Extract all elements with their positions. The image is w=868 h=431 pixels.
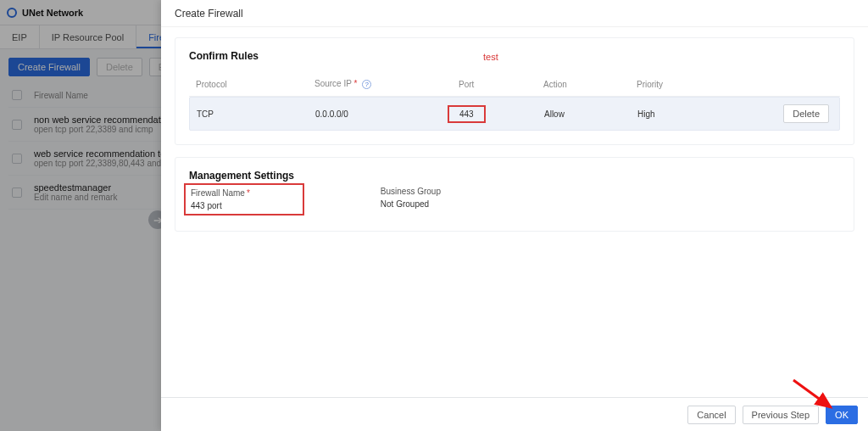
modal-body: Confirm Rules test Protocol Source IP * …: [161, 27, 868, 397]
cell-action: Allow: [544, 109, 637, 119]
info-icon[interactable]: ?: [362, 80, 371, 89]
modal-title: Create Firewall: [161, 0, 868, 27]
management-settings-card: Management Settings Firewall Name* 443 p…: [175, 157, 854, 232]
confirm-rules-heading: Confirm Rules: [189, 50, 259, 62]
business-group-field: Business Group Not Grouped: [381, 187, 441, 216]
col-source-ip: Source IP * ?: [314, 79, 459, 89]
rules-table-header: Protocol Source IP * ? Port Action Prior…: [189, 72, 840, 97]
cancel-button[interactable]: Cancel: [687, 406, 735, 424]
col-protocol: Protocol: [196, 80, 314, 89]
business-group-label: Business Group: [381, 187, 441, 196]
rule-row: TCP 0.0.0.0/0 443 Allow High Delete: [189, 97, 840, 131]
management-settings-heading: Management Settings: [189, 170, 840, 182]
firewall-name-value: 443 port: [191, 201, 250, 210]
create-firewall-modal: Create Firewall Confirm Rules test Proto…: [161, 0, 868, 431]
cell-priority: High: [637, 109, 748, 119]
business-group-value: Not Grouped: [381, 199, 441, 209]
previous-step-button[interactable]: Previous Step: [743, 406, 819, 424]
delete-rule-button[interactable]: Delete: [783, 104, 829, 123]
ok-button[interactable]: OK: [826, 406, 858, 424]
cell-port: 443: [448, 105, 486, 123]
modal-footer: Cancel Previous Step OK: [161, 397, 868, 431]
cell-protocol: TCP: [197, 109, 315, 119]
confirm-rules-card: Confirm Rules test Protocol Source IP * …: [175, 37, 854, 145]
modal-scrim: [0, 0, 161, 431]
col-priority: Priority: [637, 80, 747, 89]
col-source-ip-label: Source IP: [314, 79, 352, 88]
firewall-name-field: Firewall Name* 443 port: [184, 183, 304, 216]
col-port: Port: [459, 80, 543, 89]
rules-table: Protocol Source IP * ? Port Action Prior…: [189, 72, 840, 131]
test-label: test: [483, 52, 498, 62]
col-action: Action: [543, 80, 637, 89]
firewall-name-label: Firewall Name: [191, 188, 245, 198]
cell-source-ip: 0.0.0.0/0: [315, 109, 459, 119]
